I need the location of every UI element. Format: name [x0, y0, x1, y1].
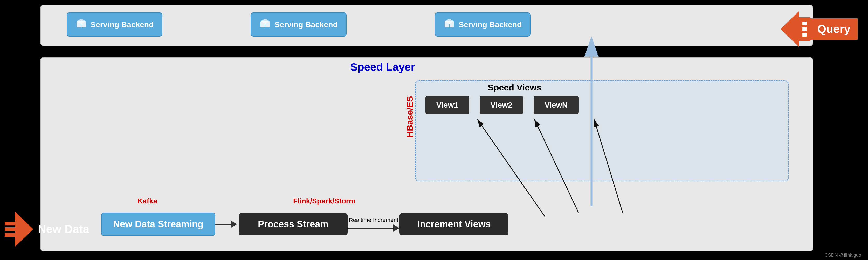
query-arrow-bars: [799, 18, 810, 41]
box-icon-1: [75, 18, 87, 31]
watermark: CSDN @flink.guoil: [825, 253, 863, 258]
kafka-label: Kafka: [137, 197, 157, 205]
new-data-arrow-lines: [5, 222, 15, 237]
hbase-label: HBase/ES: [405, 96, 415, 138]
serving-backend-label-3: Serving Backend: [459, 20, 522, 29]
flink-label: Flink/Spark/Storm: [293, 197, 355, 205]
speed-layer-title: Speed Layer: [350, 61, 415, 73]
new-data-line-1: [5, 222, 15, 225]
view-box-2: View2: [479, 96, 524, 114]
new-data-arrow: New Data: [5, 212, 89, 247]
serving-layer-panel: Serving Backend Serving Backend: [40, 5, 813, 46]
new-data-arrow-body: [5, 212, 33, 247]
view-box-1: View1: [426, 96, 469, 114]
arrow-2-container: Realtime Increment: [348, 217, 400, 232]
query-arrow-head: [781, 11, 799, 47]
svg-marker-12: [584, 45, 599, 57]
main-canvas: Serving Backend Serving Backend: [0, 0, 868, 260]
speed-views-container: [415, 80, 788, 182]
new-data-streaming-box: New Data Streaming: [101, 213, 215, 236]
query-arrow-container: Query: [781, 11, 858, 47]
serving-backend-2: Serving Backend: [251, 12, 346, 37]
query-bar-2: [802, 27, 807, 31]
serving-backend-3: Serving Backend: [435, 12, 530, 37]
serving-backend-label-1: Serving Backend: [91, 20, 154, 29]
serving-backends: Serving Backend Serving Backend: [41, 5, 813, 44]
query-bar-1: [802, 22, 807, 25]
new-data-line-2: [5, 227, 15, 231]
new-data-label: New Data: [38, 223, 89, 236]
serving-backend-label-2: Serving Backend: [275, 20, 338, 29]
new-data-line-3: [5, 233, 15, 237]
arrow-2: [348, 225, 400, 232]
view-boxes: View1 View2 ViewN: [426, 96, 579, 114]
box-icon-3: [443, 18, 455, 31]
speed-views-title: Speed Views: [488, 83, 541, 93]
process-row: New Data Streaming Process Stream Realti…: [101, 213, 508, 236]
arrow-1: [215, 221, 239, 228]
box-icon-2: [259, 18, 271, 31]
new-data-arrow-head: [15, 212, 33, 247]
realtime-increment-label: Realtime Increment: [349, 217, 399, 223]
query-bar-3: [802, 33, 807, 37]
process-stream-box: Process Stream: [239, 213, 348, 235]
view-box-n: ViewN: [534, 96, 579, 114]
query-label: Query: [810, 19, 858, 40]
increment-views-box: Increment Views: [400, 213, 508, 235]
serving-backend-1: Serving Backend: [67, 12, 162, 37]
